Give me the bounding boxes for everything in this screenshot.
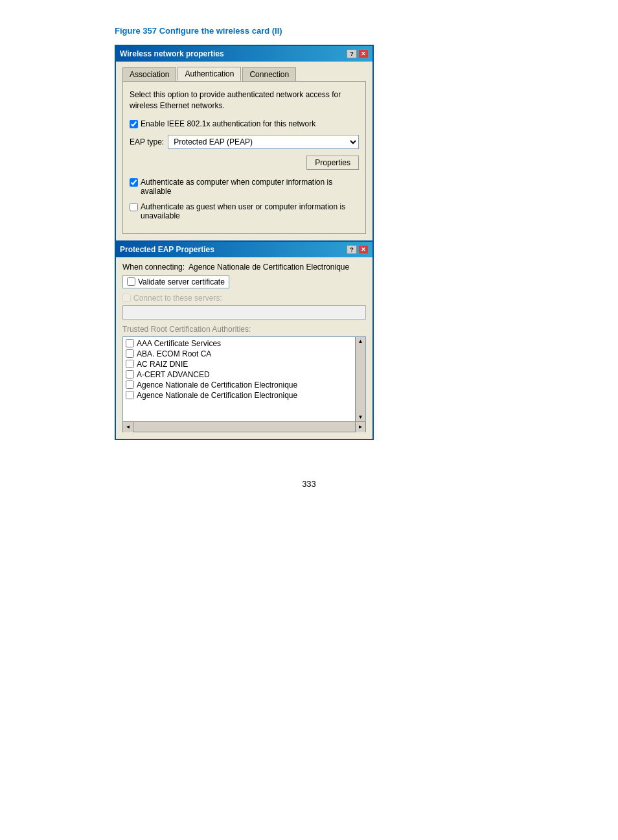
cert-item-3: A-CERT ADVANCED: [124, 369, 354, 380]
wireless-dialog-title: Wireless network properties: [120, 49, 224, 58]
auth-guest-label: Authenticate as guest when user or compu…: [141, 202, 359, 220]
when-connecting-label: When connecting:: [122, 262, 185, 272]
enable-ieee-label: Enable IEEE 802.1x authentication for th…: [141, 119, 315, 128]
cert-label-4: Agence Nationale de Certification Electr…: [137, 380, 297, 390]
auth-computer-label: Authenticate as computer when computer i…: [141, 178, 359, 196]
when-connecting-value: Agence Nationale de Certification Electr…: [189, 262, 349, 272]
eap-dialog-titlebar: Protected EAP Properties ? ✕: [116, 242, 372, 257]
cert-list-wrapper: AAA Certificate Services ABA. ECOM Root …: [122, 336, 366, 432]
eap-dialog-title: Protected EAP Properties: [120, 245, 214, 254]
scroll-up-arrow[interactable]: ▲: [357, 337, 365, 345]
tabs-row: Association Authentication Connection: [122, 67, 366, 81]
cert-list[interactable]: AAA Certificate Services ABA. ECOM Root …: [123, 337, 355, 421]
properties-row: Properties: [130, 156, 359, 170]
cert-checkbox-5[interactable]: [126, 391, 134, 399]
cert-checkbox-2[interactable]: [126, 360, 134, 368]
cert-list-container: AAA Certificate Services ABA. ECOM Root …: [122, 336, 366, 422]
scroll-track: [356, 345, 365, 413]
tab-content-area: Select this option to provide authentica…: [122, 81, 366, 234]
scroll-down-arrow[interactable]: ▼: [357, 413, 365, 421]
horizontal-scrollbar: ◄ ►: [122, 422, 366, 432]
connect-servers-label: Connect to these servers:: [133, 294, 222, 303]
eap-row: EAP type: Protected EAP (PEAP): [130, 135, 359, 149]
cert-label-0: AAA Certificate Services: [137, 339, 221, 348]
wireless-dialog-titlebar: Wireless network properties ? ✕: [116, 46, 372, 62]
validate-server-checkbox[interactable]: [127, 277, 135, 286]
trusted-root-label: Trusted Root Certification Authorities:: [122, 325, 366, 334]
connect-servers-section: Connect to these servers:: [122, 294, 366, 320]
cert-checkbox-4[interactable]: [126, 380, 134, 389]
eap-titlebar-buttons: ? ✕: [347, 245, 369, 254]
cert-label-5: Agence Nationale de Certification Electr…: [137, 391, 297, 400]
validate-server-label: Validate server certificate: [138, 277, 225, 286]
eap-close-button[interactable]: ✕: [358, 245, 369, 254]
cert-item-5: Agence Nationale de Certification Electr…: [124, 390, 354, 401]
eap-dialog-content: When connecting: Agence Nationale de Cer…: [116, 257, 372, 439]
eap-dialog: Protected EAP Properties ? ✕ When connec…: [115, 240, 374, 440]
tab-connection[interactable]: Connection: [242, 67, 296, 81]
help-button[interactable]: ?: [347, 49, 357, 58]
cert-item-1: ABA. ECOM Root CA: [124, 349, 354, 359]
page-container: Figure 357 Configure the wireless card (…: [115, 26, 503, 440]
cert-checkbox-0[interactable]: [126, 339, 134, 347]
when-connecting-row: When connecting: Agence Nationale de Cer…: [122, 262, 366, 272]
description-text: Select this option to provide authentica…: [130, 89, 359, 111]
cert-label-3: A-CERT ADVANCED: [137, 370, 210, 379]
cert-item-4: Agence Nationale de Certification Electr…: [124, 380, 354, 390]
wireless-dialog-content: Association Authentication Connection Se…: [116, 62, 372, 240]
validate-server-label-wrapper[interactable]: Validate server certificate: [122, 275, 229, 288]
tab-association[interactable]: Association: [122, 67, 176, 81]
scroll-track-horizontal: [133, 422, 355, 432]
validate-server-row: Validate server certificate: [122, 275, 366, 288]
eap-label: EAP type:: [130, 137, 164, 146]
tab-authentication[interactable]: Authentication: [177, 67, 241, 81]
servers-input: [122, 305, 366, 320]
cert-checkbox-3[interactable]: [126, 370, 134, 379]
cert-item-2: AC RAIZ DNIE: [124, 359, 354, 369]
cert-label-1: ABA. ECOM Root CA: [137, 349, 211, 358]
enable-ieee-row: Enable IEEE 802.1x authentication for th…: [130, 119, 359, 128]
figure-caption: Figure 357 Configure the wireless card (…: [115, 26, 503, 36]
cert-label-2: AC RAIZ DNIE: [137, 360, 188, 369]
auth-guest-checkbox[interactable]: [130, 203, 138, 211]
scroll-left-button[interactable]: ◄: [123, 422, 133, 432]
auth-computer-row: Authenticate as computer when computer i…: [130, 178, 359, 196]
close-button[interactable]: ✕: [358, 49, 369, 58]
vertical-scrollbar[interactable]: ▲ ▼: [355, 337, 365, 421]
scroll-right-button[interactable]: ►: [355, 422, 365, 432]
eap-help-button[interactable]: ?: [347, 245, 357, 254]
connect-servers-row: Connect to these servers:: [122, 294, 366, 303]
cert-checkbox-1[interactable]: [126, 349, 134, 358]
wireless-dialog: Wireless network properties ? ✕ Associat…: [115, 45, 374, 242]
eap-select[interactable]: Protected EAP (PEAP): [168, 135, 359, 149]
properties-button[interactable]: Properties: [306, 156, 359, 170]
titlebar-buttons: ? ✕: [347, 49, 369, 58]
cert-item-0: AAA Certificate Services: [124, 338, 354, 349]
connect-servers-checkbox: [122, 294, 131, 302]
auth-computer-checkbox[interactable]: [130, 178, 138, 187]
enable-ieee-checkbox[interactable]: [130, 120, 138, 128]
auth-guest-row: Authenticate as guest when user or compu…: [130, 202, 359, 220]
page-number: 333: [302, 479, 316, 489]
